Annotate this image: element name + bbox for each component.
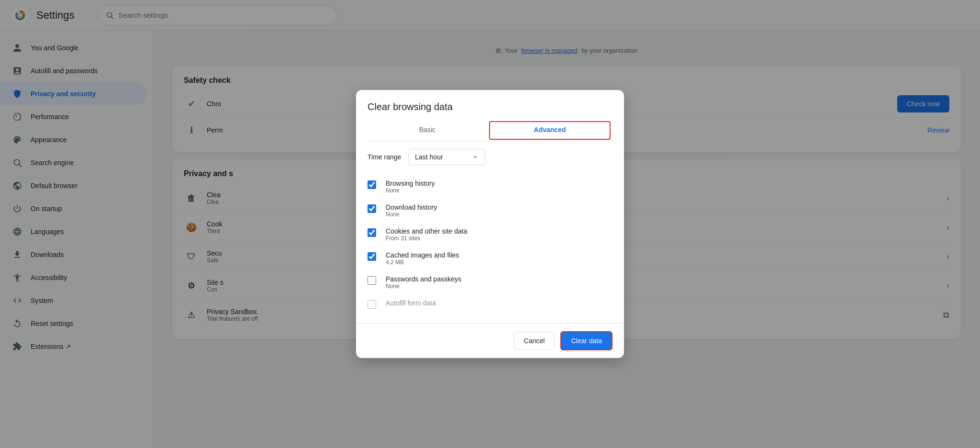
download-history-checkbox-wrapper[interactable]	[368, 204, 378, 215]
cookies-checkbox[interactable]	[368, 228, 376, 237]
dropdown-arrow-icon	[471, 153, 479, 161]
time-range-select[interactable]: Last hour	[409, 149, 485, 165]
cookies-text: Cookies and other site data From 31 site…	[386, 227, 467, 242]
clear-data-button[interactable]: Clear data	[560, 331, 612, 350]
cookies-checkbox-wrapper[interactable]	[368, 228, 378, 239]
browsing-history-checkbox[interactable]	[368, 180, 376, 189]
cached-images-checkbox[interactable]	[368, 252, 376, 261]
cookies-sub: From 31 sites	[386, 235, 467, 242]
cancel-button[interactable]: Cancel	[514, 332, 555, 350]
dialog-header: Clear browsing data Basic Advanced	[356, 90, 624, 141]
autofill-checkbox[interactable]	[368, 300, 376, 309]
autofill-text: Autofill form data	[386, 299, 436, 307]
passwords-checkbox-wrapper[interactable]	[368, 276, 378, 287]
passwords-sub: None	[386, 283, 461, 290]
checkbox-cookies: Cookies and other site data From 31 site…	[368, 223, 612, 246]
passwords-checkbox[interactable]	[368, 276, 376, 285]
time-range-row: Time range Last hour	[368, 149, 612, 165]
dialog-tabs: Basic Advanced	[368, 120, 612, 141]
time-range-label: Time range	[368, 153, 401, 161]
download-history-checkbox[interactable]	[368, 204, 376, 213]
browsing-history-checkbox-wrapper[interactable]	[368, 180, 378, 191]
checkbox-browsing-history: Browsing history None	[368, 175, 612, 199]
cached-images-label: Cached images and files	[386, 251, 459, 259]
tab-advanced[interactable]: Advanced	[489, 121, 611, 140]
passwords-text: Passwords and passkeys None	[386, 275, 461, 290]
cached-images-checkbox-wrapper[interactable]	[368, 252, 378, 263]
time-range-value: Last hour	[415, 153, 468, 161]
dialog-footer: Cancel Clear data	[356, 323, 624, 358]
download-history-label: Download history	[386, 203, 437, 211]
passwords-label: Passwords and passkeys	[386, 275, 461, 283]
download-history-text: Download history None	[386, 203, 437, 218]
browsing-history-sub: None	[386, 187, 435, 194]
cached-images-sub: 4.2 MB	[386, 259, 459, 266]
checkbox-autofill: Autofill form data	[368, 294, 612, 315]
dialog-overlay[interactable]: Clear browsing data Basic Advanced Time …	[0, 0, 980, 448]
browsing-history-text: Browsing history None	[386, 179, 435, 194]
autofill-checkbox-wrapper[interactable]	[368, 300, 378, 311]
autofill-label: Autofill form data	[386, 299, 436, 307]
cached-images-text: Cached images and files 4.2 MB	[386, 251, 459, 266]
checkbox-cached-images: Cached images and files 4.2 MB	[368, 246, 612, 270]
clear-browsing-data-dialog: Clear browsing data Basic Advanced Time …	[356, 90, 624, 358]
browsing-history-label: Browsing history	[386, 179, 435, 187]
dialog-body: Time range Last hour Browsing history No…	[356, 141, 624, 323]
checkbox-passwords: Passwords and passkeys None	[368, 270, 612, 294]
dialog-title: Clear browsing data	[368, 101, 612, 112]
checkbox-download-history: Download history None	[368, 199, 612, 223]
cookies-label: Cookies and other site data	[386, 227, 467, 235]
tab-basic[interactable]: Basic	[368, 120, 487, 141]
download-history-sub: None	[386, 211, 437, 218]
